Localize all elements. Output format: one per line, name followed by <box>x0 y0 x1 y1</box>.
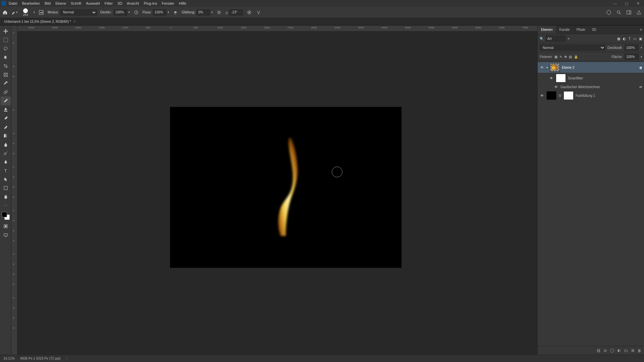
color-swatch[interactable] <box>2 212 10 220</box>
cloud-icon[interactable] <box>606 9 612 15</box>
dodge-tool[interactable] <box>1 149 11 158</box>
menu-bearbeiten[interactable]: Bearbeiten <box>22 1 40 5</box>
flow-input[interactable] <box>153 9 166 15</box>
menu-filter[interactable]: Filter <box>105 1 113 5</box>
brush-preview[interactable]: 254 <box>21 8 30 17</box>
type-tool[interactable]: T <box>1 166 11 175</box>
home-icon[interactable] <box>2 9 8 15</box>
brush-tool[interactable] <box>1 97 11 105</box>
airbrush-icon[interactable] <box>172 9 178 15</box>
lock-paint-icon[interactable]: ✎ <box>559 55 562 59</box>
menu-datei[interactable]: Datei <box>9 1 17 5</box>
link-layers-icon[interactable]: ⛓ <box>597 349 600 353</box>
fx-icon[interactable]: fx <box>604 349 607 353</box>
opacity-input[interactable] <box>114 9 127 15</box>
mask-icon[interactable]: ◯ <box>610 348 614 353</box>
visibility-icon[interactable]: 👁 <box>540 93 544 98</box>
quickmask-tool[interactable] <box>1 222 11 231</box>
tab-close-icon[interactable]: × <box>74 20 76 23</box>
pen-tool[interactable] <box>1 158 11 166</box>
filter-pixel-icon[interactable]: ▦ <box>617 37 620 41</box>
gradient-tool[interactable] <box>1 131 11 140</box>
search-icon[interactable] <box>616 9 622 15</box>
menu-fenster[interactable]: Fenster <box>162 1 174 5</box>
menu-3d[interactable]: 3D <box>117 1 122 5</box>
group-icon[interactable]: 🗀 <box>624 349 628 353</box>
frame-tool[interactable] <box>1 70 11 79</box>
stamp-tool[interactable] <box>1 105 11 114</box>
filter-adjust-icon[interactable]: ◐ <box>623 37 626 41</box>
filter-settings-icon[interactable]: ⇄ <box>639 85 642 89</box>
menu-hilfe[interactable]: Hilfe <box>179 1 186 5</box>
eraser-tool[interactable] <box>1 123 11 131</box>
new-layer-icon[interactable]: ⊞ <box>631 348 634 353</box>
menu-ebene[interactable]: Ebene <box>55 1 66 5</box>
document-tab[interactable]: Unbenannt-1 bei 15,5% (Ebene 2, RGB/8#) … <box>4 20 71 23</box>
marquee-tool[interactable] <box>1 36 11 44</box>
hand-tool[interactable] <box>1 192 11 201</box>
panel-menu-icon[interactable]: ≡ <box>638 25 644 34</box>
wand-tool[interactable] <box>1 53 11 62</box>
angle-input[interactable] <box>229 9 243 15</box>
shape-tool[interactable] <box>1 184 11 192</box>
tab-ebenen[interactable]: Ebenen <box>538 25 556 34</box>
menu-plugins[interactable]: Plug-ins <box>144 1 157 5</box>
fill-thumb[interactable] <box>546 91 556 100</box>
lock-pos-icon[interactable]: ✥ <box>564 55 567 59</box>
menu-auswahl[interactable]: Auswahl <box>86 1 100 5</box>
screenmode-tool[interactable] <box>1 231 11 239</box>
link-icon[interactable]: ⛓ <box>558 94 561 97</box>
layer-ebene-2[interactable]: 👁 ▾ Ebene 2 ◑ <box>538 62 644 73</box>
mask-thumb[interactable] <box>564 91 574 100</box>
smoothing-input[interactable] <box>197 9 210 15</box>
history-brush-tool[interactable] <box>1 114 11 123</box>
share-icon[interactable] <box>636 9 642 15</box>
symmetry-icon[interactable] <box>256 9 262 15</box>
crop-tool[interactable] <box>1 62 11 70</box>
flaeche-input[interactable] <box>625 54 639 60</box>
tab-3d[interactable]: 3D <box>589 25 600 34</box>
filter-shape-icon[interactable]: ▭ <box>633 37 636 41</box>
lock-nest-icon[interactable]: ▤ <box>569 55 572 59</box>
visibility-icon[interactable]: 👁 <box>549 76 554 80</box>
close-button[interactable]: ✕ <box>633 0 643 6</box>
healing-tool[interactable] <box>1 88 11 97</box>
mode-select[interactable]: Normal <box>60 9 97 15</box>
visibility-icon[interactable]: 👁 <box>540 65 544 70</box>
layer-farbfuellung[interactable]: 👁 ⛓ Farbfüllung 1 <box>538 90 644 101</box>
delete-icon[interactable]: 🗑 <box>638 349 641 353</box>
lock-trans-icon[interactable]: ▦ <box>554 55 557 59</box>
visibility-icon[interactable]: 👁 <box>554 84 558 89</box>
lasso-tool[interactable] <box>1 44 11 53</box>
tab-kanaele[interactable]: Kanäle <box>556 25 573 34</box>
pressure-size-icon[interactable] <box>246 9 252 15</box>
deckkraft-input[interactable] <box>625 45 639 51</box>
pressure-opacity-icon[interactable] <box>133 9 139 15</box>
menu-schrift[interactable]: Schrift <box>71 1 81 5</box>
lock-all-icon[interactable]: 🔒 <box>574 55 578 59</box>
layer-thumb[interactable] <box>550 63 560 72</box>
menu-ansicht[interactable]: Ansicht <box>127 1 139 5</box>
filter-type-icon[interactable]: T <box>629 37 631 41</box>
filter-mask-thumb[interactable] <box>556 74 566 82</box>
info-dropdown-icon[interactable]: 〉 <box>66 356 69 361</box>
path-select-tool[interactable] <box>1 175 11 184</box>
canvas[interactable] <box>17 32 537 355</box>
smoothing-settings-icon[interactable] <box>216 9 222 15</box>
brush-dropdown-icon[interactable]: ▾ <box>34 11 35 14</box>
blend-mode-select[interactable]: Normal <box>540 45 605 51</box>
doc-info[interactable]: 4936 Px x 3319 Px (72 ppi) <box>20 357 61 360</box>
maximize-button[interactable]: ▢ <box>622 0 631 6</box>
eyedropper-tool[interactable] <box>1 79 11 88</box>
filter-smart-icon[interactable]: ▣ <box>639 37 642 41</box>
tool-preset-icon[interactable]: ▾ <box>11 9 17 15</box>
layer-filter-select[interactable] <box>546 36 566 42</box>
more-tools[interactable]: ⋯ <box>1 201 11 210</box>
minimize-button[interactable]: — <box>610 0 620 6</box>
layer-gaussian-blur[interactable]: 👁 Gaußscher Weichzeichner ⇄ <box>538 83 644 90</box>
adjustment-icon[interactable]: ◐ <box>618 348 621 353</box>
blur-tool[interactable] <box>1 140 11 149</box>
menu-bild[interactable]: Bild <box>45 1 51 5</box>
move-tool[interactable] <box>1 27 11 36</box>
tab-pfade[interactable]: Pfade <box>573 25 589 34</box>
